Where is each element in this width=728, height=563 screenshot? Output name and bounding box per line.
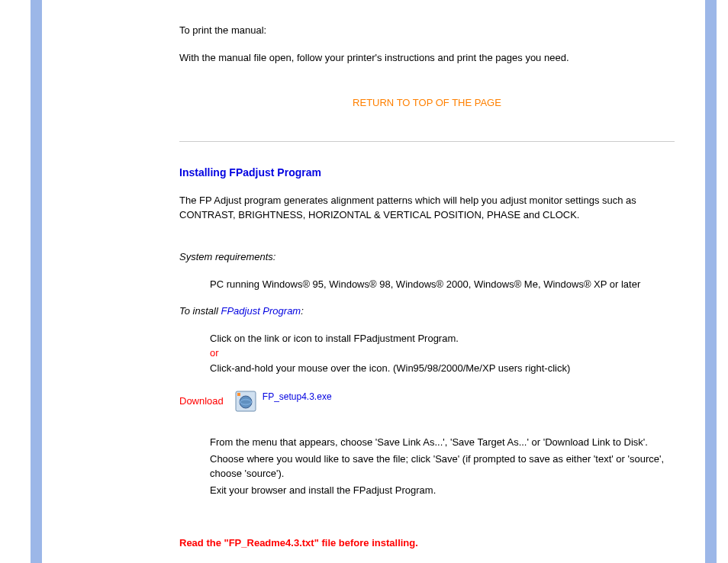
save-step-1: From the menu that appears, choose 'Save… bbox=[210, 435, 675, 450]
download-file-link[interactable]: FP_setup4.3.exe bbox=[263, 390, 332, 404]
section-divider bbox=[179, 141, 675, 142]
install-instruction-1: Click on the link or icon to install FPa… bbox=[210, 331, 675, 346]
left-blue-bar bbox=[31, 0, 42, 563]
save-steps: From the menu that appears, choose 'Save… bbox=[210, 435, 675, 497]
sysreq-label: System requirements: bbox=[179, 249, 675, 265]
install-instructions: Click on the link or icon to install FPa… bbox=[210, 331, 675, 376]
left-outer-margin bbox=[0, 0, 31, 563]
or-separator: or bbox=[210, 346, 675, 361]
print-instructions: With the manual file open, follow your p… bbox=[179, 50, 675, 66]
save-step-2: Choose where you would like to save the … bbox=[210, 452, 675, 481]
download-file-icon[interactable] bbox=[235, 391, 256, 412]
section-description: The FP Adjust program generates alignmen… bbox=[179, 193, 675, 223]
sysreq-item: PC running Windows® 95, Windows® 98, Win… bbox=[210, 277, 675, 292]
install-instruction-2: Click-and-hold your mouse over the icon.… bbox=[210, 361, 675, 376]
install-suffix: : bbox=[301, 305, 304, 317]
right-outer-margin bbox=[717, 0, 728, 563]
install-label: To install FPadjust Program: bbox=[179, 304, 675, 319]
download-label: Download bbox=[179, 394, 224, 409]
install-prefix: To install bbox=[179, 305, 221, 317]
section-title: Installing FPadjust Program bbox=[179, 165, 675, 181]
save-step-3: Exit your browser and install the FPadju… bbox=[210, 483, 675, 498]
svg-point-1 bbox=[240, 396, 252, 408]
readme-warning: Read the "FP_Readme4.3.txt" file before … bbox=[179, 536, 675, 551]
fpadjust-program-link[interactable]: FPadjust Program bbox=[221, 305, 301, 317]
svg-rect-3 bbox=[237, 393, 240, 396]
return-to-top-link[interactable]: RETURN TO TOP OF THE PAGE bbox=[353, 97, 501, 108]
print-heading: To print the manual: bbox=[179, 23, 675, 38]
right-blue-bar bbox=[705, 0, 717, 563]
document-content: To print the manual: With the manual fil… bbox=[42, 0, 705, 563]
